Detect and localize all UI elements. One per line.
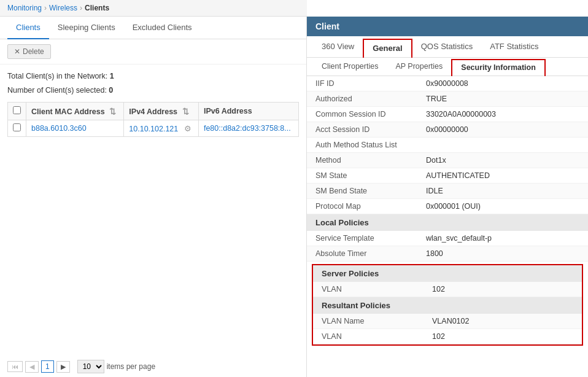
x-icon: ✕	[14, 47, 20, 56]
tab-atf[interactable]: ATF Statistics	[481, 36, 547, 58]
local-policies-header: Local Policies	[307, 214, 588, 231]
table-row: b88a.6010.3c60 10.10.102.121 ⚙ fe80::d8a…	[8, 120, 299, 137]
common-session-row: Common Session ID 33020A0A00000003	[307, 107, 588, 122]
server-policies-header: Server Policies	[313, 265, 582, 282]
server-vlan-row: VLAN 102	[313, 282, 582, 297]
col-ipv4: IPv4 Address ⇅	[124, 103, 199, 120]
row-checkbox[interactable]	[13, 123, 21, 131]
tab-clients[interactable]: Clients	[7, 17, 49, 39]
first-page-button[interactable]: ⏮	[7, 361, 23, 372]
col-ipv6: IPv6 Address	[198, 103, 298, 120]
current-page: 1	[41, 360, 54, 373]
select-all-checkbox[interactable]	[13, 106, 21, 114]
selected-clients-label: Number of Client(s) selected: 0	[7, 84, 299, 98]
tab-client-properties[interactable]: Client Properties	[313, 58, 387, 76]
vlan-name-row: VLAN Name VLAN0102	[313, 314, 582, 329]
breadcrumb-monitoring[interactable]: Monitoring	[7, 4, 42, 12]
tab-ap-properties[interactable]: AP Properties	[387, 58, 451, 76]
right-panel-header: Client	[307, 17, 588, 36]
total-clients-label: Total Client(s) in the Network: 1	[7, 69, 299, 84]
select-all-header[interactable]	[8, 103, 26, 120]
client-mac[interactable]: b88a.6010.3c60	[26, 120, 124, 137]
protocol-map-row: Protocol Map 0x000001 (OUI)	[307, 199, 588, 214]
tab-security-info[interactable]: Security Information	[451, 59, 546, 76]
sort-icon[interactable]: ⇅	[109, 107, 116, 116]
absolute-timer-row: Absolute Timer 1800	[307, 246, 588, 262]
acct-session-row: Acct Session ID 0x00000000	[307, 122, 588, 138]
tab-excluded-clients[interactable]: Excluded Clients	[124, 17, 201, 39]
items-per-page-label: items per page	[107, 362, 155, 371]
chevron-icon-1: ›	[44, 4, 47, 12]
items-per-page-select[interactable]: 10 25 50	[77, 360, 104, 373]
server-policies-section: Server Policies VLAN 102 Resultant Polic…	[312, 264, 583, 346]
delete-button[interactable]: ✕ Delete	[7, 44, 51, 59]
auth-method-row: Auth Method Status List	[307, 138, 588, 153]
iif-id-row: IIF ID 0x90000008	[307, 76, 588, 91]
client-ipv4: 10.10.102.121	[129, 125, 178, 133]
tab-general[interactable]: General	[363, 39, 412, 58]
tab-sleeping-clients[interactable]: Sleeping Clients	[49, 17, 124, 39]
breadcrumb-current: Clients	[85, 4, 109, 12]
sort-icon-ipv4[interactable]: ⇅	[182, 107, 189, 116]
client-ipv6: fe80::d8a2:dc93:3758:8...	[198, 120, 298, 137]
tools-icon: ⚙	[184, 125, 191, 133]
row-icon-cell: 10.10.102.121 ⚙	[124, 120, 199, 137]
resultant-policies-header: Resultant Policies	[313, 297, 582, 314]
breadcrumb-wireless[interactable]: Wireless	[49, 4, 77, 12]
method-row: Method Dot1x	[307, 153, 588, 168]
sm-state-row: SM State AUTHENTICATED	[307, 168, 588, 184]
resultant-vlan-row: VLAN 102	[313, 329, 582, 344]
authorized-row: Authorized TRUE	[307, 91, 588, 107]
service-template-row: Service Template wlan_svc_default-p	[307, 231, 588, 246]
tab-360view[interactable]: 360 View	[313, 36, 363, 58]
prev-page-button[interactable]: ◀	[25, 361, 39, 373]
chevron-icon-2: ›	[80, 4, 82, 12]
sm-bend-row: SM Bend State IDLE	[307, 184, 588, 199]
col-mac: Client MAC Address ⇅	[26, 103, 124, 120]
row-checkbox-cell[interactable]	[8, 120, 26, 137]
next-page-button[interactable]: ▶	[56, 361, 70, 373]
tab-qos[interactable]: QOS Statistics	[412, 36, 482, 58]
